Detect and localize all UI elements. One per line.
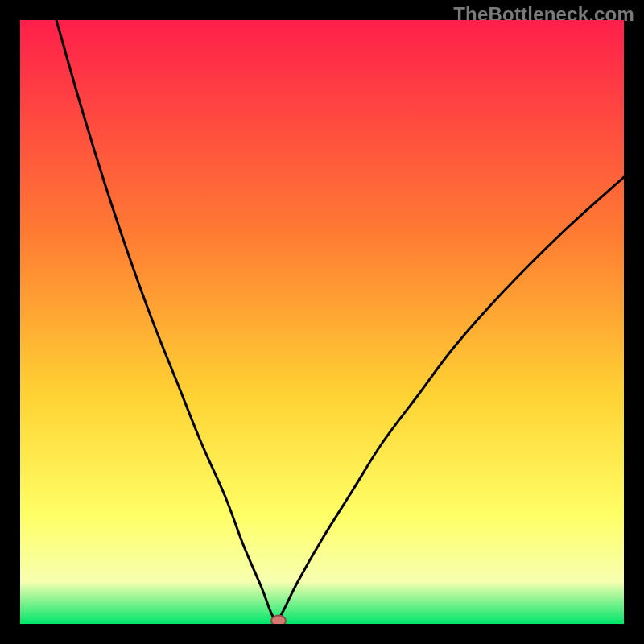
gradient-background xyxy=(20,20,624,624)
chart-frame: { "watermark": "TheBottleneck.com", "col… xyxy=(0,0,644,644)
minimum-marker xyxy=(271,616,286,625)
bottleneck-chart xyxy=(20,20,624,624)
